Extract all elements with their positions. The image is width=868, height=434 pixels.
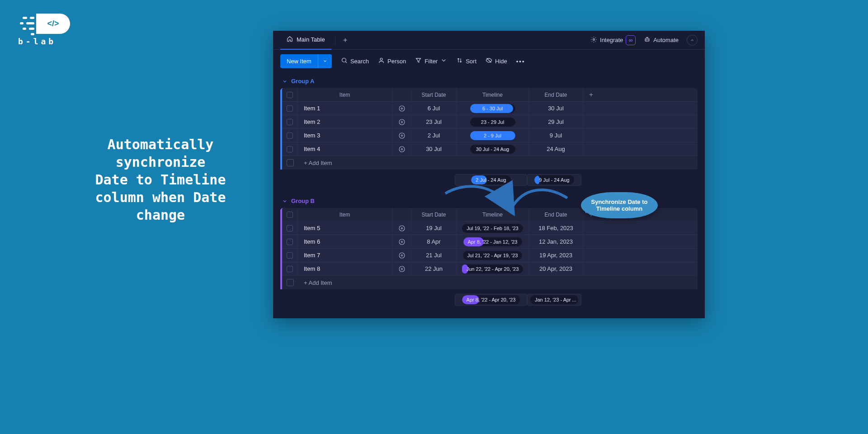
sort-button[interactable]: Sort [456,57,476,65]
timeline-cell[interactable]: 30 Jul - 24 Aug [457,142,529,156]
table-row[interactable]: Item 721 JulJul 21, '22 - Apr 19, '2319 … [282,249,698,262]
group-name: Group A [291,78,315,85]
group-header[interactable]: Group A [280,78,698,88]
start-date-cell[interactable]: 2 Jul [411,129,457,142]
end-date-cell[interactable]: 9 Jul [529,129,583,142]
col-conversation [392,208,411,221]
add-update-icon [396,118,407,126]
new-item-dropdown[interactable] [318,54,332,68]
col-timeline[interactable]: Timeline [457,208,529,221]
timeline-cell[interactable]: Jul 19, '22 - Feb 18, '23 [457,222,529,235]
row-checkbox[interactable] [282,115,297,128]
more-button[interactable]: ••• [516,58,525,65]
item-name[interactable]: Item 7 [297,249,392,262]
tab-main-table[interactable]: Main Table [280,31,331,50]
person-icon [378,57,385,65]
start-date-cell[interactable]: 21 Jul [411,249,457,262]
table-row[interactable]: Item 822 JunJun 22, '22 - Apr 20, '2320 … [282,262,698,276]
end-date-cell[interactable]: 18 Feb, 2023 [529,222,583,235]
divider [335,36,335,45]
conversation-button[interactable] [392,262,411,275]
table-row[interactable]: Item 430 Jul30 Jul - 24 Aug24 Aug [282,142,698,156]
item-name[interactable]: Item 5 [297,222,392,235]
end-date-cell[interactable]: 12 Jan, 2023 [529,235,583,248]
table-row[interactable]: Item 68 AprApr 8, '22 - Jan 12, '2312 Ja… [282,235,698,249]
start-date-cell[interactable]: 19 Jul [411,222,457,235]
group-summary-row: Apr 8, '22 - Apr 20, '23Jan 12, '23 - Ap… [280,292,698,307]
timeline-cell[interactable]: 23 - 29 Jul [457,115,529,128]
select-all-checkbox[interactable] [282,208,297,221]
row-checkbox[interactable] [282,235,297,248]
new-item-button[interactable]: New Item [280,54,332,68]
item-name[interactable]: Item 8 [297,262,392,275]
add-update-icon [396,132,407,140]
table-row[interactable]: Item 16 Jul6 - 30 Jul30 Jul [282,102,698,115]
svg-point-3 [648,39,648,40]
col-item[interactable]: Item [297,88,392,101]
svg-point-2 [646,39,646,40]
timeline-cell[interactable]: Jun 22, '22 - Apr 20, '23 [457,262,529,275]
search-icon [341,57,348,65]
timeline-cell[interactable]: Apr 8, '22 - Jan 12, '23 [457,235,529,248]
row-checkbox[interactable] [282,222,297,235]
start-date-cell[interactable]: 23 Jul [411,115,457,128]
row-checkbox[interactable] [282,262,297,275]
automate-button[interactable]: Automate [644,36,679,44]
collapse-button[interactable] [687,35,698,46]
row-checkbox[interactable] [282,129,297,142]
conversation-button[interactable] [392,235,411,248]
integrate-button[interactable]: Integrate ∞ [590,35,636,45]
end-date-cell[interactable]: 20 Apr, 2023 [529,262,583,275]
start-date-cell[interactable]: 8 Apr [411,235,457,248]
col-start-date[interactable]: Start Date [411,88,457,101]
person-button[interactable]: Person [378,57,406,65]
table-row[interactable]: Item 519 JulJul 19, '22 - Feb 18, '2318 … [282,222,698,235]
search-button[interactable]: Search [341,57,369,65]
col-end-date[interactable]: End Date [529,208,583,221]
start-date-cell[interactable]: 22 Jun [411,262,457,275]
start-date-cell[interactable]: 30 Jul [411,142,457,156]
add-column-button[interactable] [583,88,599,101]
conversation-button[interactable] [392,249,411,262]
end-date-cell[interactable]: 29 Jul [529,115,583,128]
add-item-button[interactable]: + Add Item [282,156,698,170]
end-date-cell[interactable]: 30 Jul [529,102,583,115]
row-checkbox[interactable] [282,249,297,262]
timeline-cell[interactable]: 6 - 30 Jul [457,102,529,115]
timeline-cell[interactable]: 2 - 9 Jul [457,129,529,142]
conversation-button[interactable] [392,129,411,142]
start-date-cell[interactable]: 6 Jul [411,102,457,115]
row-checkbox[interactable] [282,142,297,156]
item-name[interactable]: Item 2 [297,115,392,128]
end-date-cell[interactable]: 24 Aug [529,142,583,156]
add-tab-button[interactable]: + [339,34,352,47]
timeline-cell[interactable]: Jul 21, '22 - Apr 19, '23 [457,249,529,262]
item-name[interactable]: Item 1 [297,102,392,115]
filter-icon [415,57,422,65]
conversation-button[interactable] [392,102,411,115]
conversation-button[interactable] [392,115,411,128]
sort-icon [456,57,463,65]
conversation-button[interactable] [392,222,411,235]
integrate-icon [590,36,597,44]
table-row[interactable]: Item 223 Jul23 - 29 Jul29 Jul [282,115,698,129]
item-name[interactable]: Item 4 [297,142,392,156]
add-update-icon [396,251,407,259]
filter-button[interactable]: Filter [415,57,447,65]
col-end-date[interactable]: End Date [529,88,583,101]
item-name[interactable]: Item 6 [297,235,392,248]
select-all-checkbox[interactable] [282,88,297,101]
col-item[interactable]: Item [297,208,392,221]
brand-name: b-lab [18,37,70,46]
row-checkbox[interactable] [282,102,297,115]
add-item-button[interactable]: + Add Item [282,276,698,289]
conversation-button[interactable] [392,142,411,156]
col-start-date[interactable]: Start Date [411,208,457,221]
table-header-row: ItemStart DateTimelineEnd Date [282,88,698,102]
item-name[interactable]: Item 3 [297,129,392,142]
col-timeline[interactable]: Timeline [457,88,529,101]
hide-button[interactable]: Hide [486,57,507,65]
table-row[interactable]: Item 32 Jul2 - 9 Jul9 Jul [282,129,698,142]
end-date-cell[interactable]: 19 Apr, 2023 [529,249,583,262]
new-item-main[interactable]: New Item [280,54,318,68]
